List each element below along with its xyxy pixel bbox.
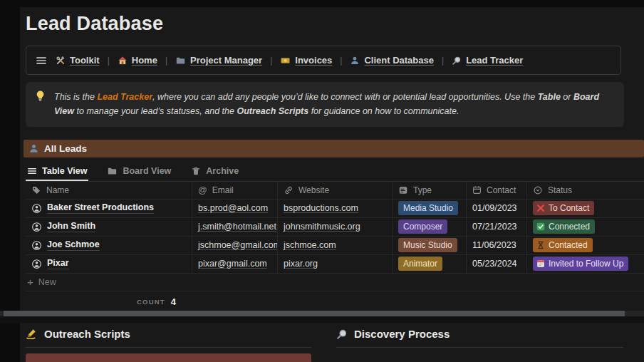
nav-item-invoices[interactable]: Invoices [280, 55, 332, 66]
callout-text-segment: This is the [54, 92, 97, 102]
tools-icon [56, 56, 66, 66]
account-circle-icon [31, 222, 42, 232]
person-icon [28, 143, 39, 154]
contact-date-cell[interactable]: 05/23/2024 [467, 255, 527, 273]
type-cell[interactable]: Media Studio [393, 200, 467, 217]
column-label: Status [548, 185, 572, 195]
section-title: Outreach Scripts [44, 328, 130, 340]
nav-item-client-database[interactable]: Client Database [350, 55, 434, 66]
nav-item-label: Home [132, 55, 157, 66]
folder-icon [175, 56, 186, 66]
status-tag: Contacted [533, 238, 593, 252]
email-cell[interactable]: pixar@gmail.com [192, 255, 278, 273]
name-cell[interactable]: Pixar [26, 255, 192, 273]
divider [26, 347, 311, 348]
type-cell[interactable]: Animator [393, 255, 467, 273]
email-cell[interactable]: jschmoe@gmail.com [192, 237, 278, 254]
nav-item-home[interactable]: Home [118, 55, 157, 66]
nav-item-project-manager[interactable]: Project Manager [175, 55, 262, 66]
column-header-name[interactable]: Name [26, 182, 192, 199]
table-row[interactable]: Baker Street Productions bs.prod@aol.com… [26, 200, 644, 218]
person-icon [350, 56, 360, 66]
website-cell[interactable]: bsproductions.com [278, 200, 393, 217]
count-value: 4 [171, 296, 176, 307]
folder-icon [107, 166, 118, 176]
lead-tracker-link[interactable]: Lead Tracker [97, 92, 152, 102]
name-cell[interactable]: John Smith [26, 218, 192, 236]
column-header-email[interactable]: @ Email [192, 182, 278, 199]
status-cell[interactable]: To Contact [527, 200, 644, 217]
nav-item-label: Invoices [295, 55, 332, 66]
column-label: Contact [487, 185, 516, 195]
column-header-type[interactable]: Type [393, 182, 467, 199]
nav-item-toolkit[interactable]: Toolkit [56, 55, 100, 66]
account-circle-icon [31, 203, 42, 214]
status-cell[interactable]: Contacted [527, 237, 644, 254]
new-row-label: New [38, 277, 56, 287]
outreach-scripts-column: Outreach Scripts [26, 328, 311, 362]
table-row[interactable]: John Smith j.smith@hotmail.net johnsmith… [26, 218, 644, 237]
website-value: johnsmithmusic.org [284, 222, 360, 232]
status-tag: To Contact [533, 201, 594, 215]
table-footer-calculation[interactable]: COUNT 4 [26, 291, 644, 312]
column-header-website[interactable]: Website [278, 182, 393, 199]
type-cell[interactable]: Music Studio [393, 237, 467, 254]
column-label: Type [413, 185, 432, 195]
table-row[interactable]: Joe Schmoe jschmoe@gmail.com jschmoe.com… [26, 237, 644, 255]
type-tag: Media Studio [398, 201, 458, 215]
callout-text-segment: to manage your lead’s statuses, and the [74, 106, 237, 116]
tab-table-view[interactable]: Table View [26, 162, 88, 181]
status-cell[interactable]: Connected [527, 218, 644, 236]
menu-icon[interactable] [36, 55, 47, 66]
email-cell[interactable]: j.smith@hotmail.net [192, 218, 278, 236]
contact-date-cell[interactable]: 11/06/2023 [467, 237, 527, 254]
email-cell[interactable]: bs.prod@aol.com [192, 200, 278, 217]
name-cell[interactable]: Baker Street Productions [26, 200, 192, 217]
outreach-scripts-heading: Outreach Scripts [26, 328, 311, 340]
magnifier-icon [452, 56, 462, 66]
callout-text-segment: or [561, 92, 573, 102]
red-callout-block[interactable] [26, 353, 311, 362]
list-icon [27, 166, 37, 176]
nav-separator: | [340, 56, 342, 66]
lightbulb-icon [34, 90, 46, 103]
tab-board-view[interactable]: Board View [105, 162, 172, 181]
page-title: Lead Database [26, 13, 644, 35]
contact-date-cell[interactable]: 07/21/2023 [467, 218, 527, 236]
all-leads-section-header[interactable]: All Leads [24, 140, 644, 157]
column-header-status[interactable]: Status [527, 182, 644, 199]
horizontal-scrollbar-thumb[interactable] [4, 311, 625, 316]
status-cell[interactable]: Invited to Follow Up [527, 255, 644, 273]
nav-item-label: Project Manager [190, 55, 262, 66]
discovery-process-column: Discovery Process [336, 328, 623, 362]
new-row-button[interactable]: + New [26, 274, 644, 291]
email-value: jschmoe@gmail.com [198, 240, 278, 250]
calendar-page-icon [536, 259, 545, 268]
website-value: pixar.org [284, 259, 318, 269]
website-cell[interactable]: johnsmithmusic.org [278, 218, 393, 236]
website-cell[interactable]: pixar.org [278, 255, 393, 273]
callout-text-segment: , where you can add any people you’d lik… [152, 92, 538, 102]
website-cell[interactable]: jschmoe.com [278, 237, 393, 254]
status-tag: Invited to Follow Up [533, 257, 628, 271]
nav-item-lead-tracker[interactable]: Lead Tracker [452, 55, 523, 66]
name-cell[interactable]: Joe Schmoe [26, 237, 192, 254]
type-tag: Composer [398, 219, 447, 234]
contact-date: 11/06/2023 [472, 240, 516, 250]
table-row[interactable]: Pixar pixar@gmail.com pixar.org Animator… [26, 255, 644, 274]
hourglass-icon [536, 241, 545, 249]
calendar-icon [472, 185, 482, 195]
tab-archive[interactable]: Archive [189, 162, 240, 181]
trash-icon [191, 166, 201, 176]
email-value: j.smith@hotmail.net [198, 222, 276, 232]
tab-label: Table View [42, 166, 87, 176]
leads-table: Name @ Email Website Ty [26, 181, 644, 274]
type-cell[interactable]: Composer [393, 218, 467, 236]
tab-label: Board View [123, 166, 171, 176]
column-header-contact[interactable]: Contact [467, 182, 527, 199]
contact-date-cell[interactable]: 01/09/2023 [467, 200, 527, 217]
horizontal-scrollbar-track[interactable] [0, 311, 644, 316]
table-header-row: Name @ Email Website Ty [26, 182, 644, 200]
account-circle-icon [31, 240, 42, 251]
callout-text-segment: Table [538, 92, 561, 102]
